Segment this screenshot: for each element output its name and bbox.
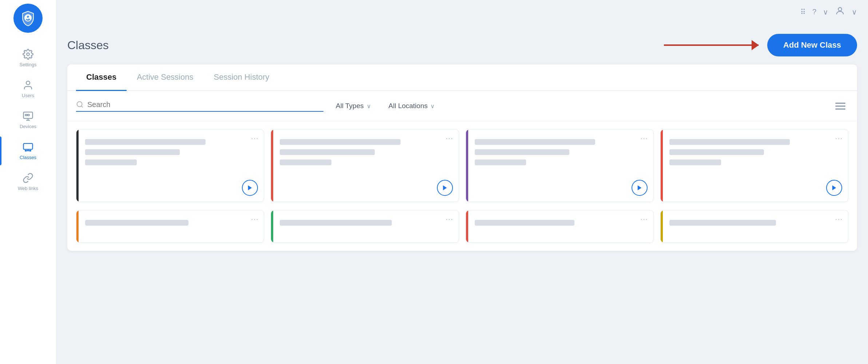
logo: [13, 4, 43, 33]
search-wrapper: [76, 100, 323, 112]
card-color-border-7: [466, 210, 468, 242]
svg-marker-11: [443, 185, 447, 190]
card-content-8: ···: [661, 210, 848, 237]
page-title: Classes: [67, 39, 109, 52]
card-menu-2[interactable]: ···: [446, 135, 453, 142]
arrow-line: [664, 44, 758, 46]
card-menu-5[interactable]: ···: [251, 215, 259, 223]
location-filter-dropdown[interactable]: All Locations ∨: [383, 99, 440, 113]
card-play-button-4[interactable]: [826, 180, 842, 196]
class-card-6: ···: [271, 210, 459, 243]
tab-session-history[interactable]: Session History: [203, 64, 279, 91]
tab-active-sessions[interactable]: Active Sessions: [127, 64, 203, 91]
chevron-down-icon[interactable]: ∨: [823, 8, 828, 16]
sidebar-item-devices[interactable]: Devices: [0, 106, 56, 134]
card-play-button-2[interactable]: [437, 180, 453, 196]
arrow-indicator: [664, 44, 758, 46]
card-menu-1[interactable]: ···: [251, 135, 259, 142]
content-card: Classes Active Sessions Session History: [67, 64, 857, 251]
card-line-title-3: [475, 139, 595, 145]
menu-line-1: [835, 103, 845, 104]
card-line-title-4: [669, 139, 790, 145]
card-color-border-5: [76, 210, 79, 242]
card-menu-4[interactable]: ···: [835, 135, 843, 142]
svg-rect-3: [28, 114, 29, 116]
classes-grid-row1: ··· ···: [67, 121, 857, 210]
card-menu-7[interactable]: ···: [641, 215, 648, 223]
card-line-sub2-3: [475, 159, 526, 165]
class-card-1: ···: [76, 129, 264, 202]
card-line-sub2-4: [669, 159, 721, 165]
card-content-1: ···: [76, 130, 264, 178]
card-line-title-2: [280, 139, 400, 145]
svg-rect-2: [25, 114, 27, 116]
card-content-3: ···: [466, 130, 653, 178]
sidebar-item-users[interactable]: Users: [0, 75, 56, 103]
card-content-6: ···: [271, 210, 458, 237]
card-line-sub1-3: [475, 149, 569, 155]
grid-icon[interactable]: ⠿: [800, 8, 806, 16]
sidebar-item-classes-label: Classes: [20, 155, 36, 160]
sidebar-nav: Settings Users Devices: [0, 44, 56, 196]
card-color-border-4: [661, 130, 663, 202]
sidebar-item-settings[interactable]: Settings: [0, 44, 56, 72]
topbar: ⠿ ? ∨ ∨: [56, 0, 868, 24]
page: Classes Add New Class Classes Active Ses…: [56, 24, 868, 364]
type-filter-dropdown[interactable]: All Types ∨: [331, 99, 376, 113]
card-menu-6[interactable]: ···: [446, 215, 453, 223]
topbar-chevron-icon[interactable]: ∨: [852, 8, 857, 16]
card-play-button-1[interactable]: [242, 180, 258, 196]
card-menu-3[interactable]: ···: [641, 135, 648, 142]
menu-line-2: [835, 106, 845, 107]
class-card-2: ···: [271, 129, 459, 202]
card-line-title-1: [85, 139, 206, 145]
add-class-button[interactable]: Add New Class: [767, 34, 857, 56]
sidebar-item-classes[interactable]: Classes: [0, 136, 56, 165]
main-content: ⠿ ? ∨ ∨ Classes Add New Class: [56, 0, 868, 364]
class-card-8: ···: [660, 210, 848, 243]
class-card-3: ···: [466, 129, 654, 202]
profile-icon[interactable]: [835, 6, 845, 18]
card-content-2: ···: [271, 130, 458, 178]
search-input[interactable]: [87, 100, 323, 109]
svg-point-8: [838, 8, 841, 11]
card-line-sub1-2: [280, 149, 374, 155]
card-menu-8[interactable]: ···: [835, 215, 843, 223]
header-right: Add New Class: [664, 34, 857, 56]
card-content-5: ···: [76, 210, 264, 237]
sidebar-item-devices-label: Devices: [20, 124, 36, 129]
sidebar-item-settings-label: Settings: [20, 62, 37, 67]
card-color-border-2: [271, 130, 273, 202]
card-line-sub2-1: [85, 159, 137, 165]
sidebar-item-weblinks-label: Web links: [18, 186, 38, 191]
class-card-5: ···: [76, 210, 264, 243]
card-line-6: [280, 220, 392, 226]
help-icon[interactable]: ?: [812, 8, 816, 16]
svg-rect-1: [24, 112, 33, 119]
card-line-sub1-1: [85, 149, 180, 155]
svg-point-9: [77, 102, 82, 107]
card-line-8: [669, 220, 776, 226]
search-icon: [76, 100, 84, 108]
class-card-7: ···: [466, 210, 654, 243]
menu-line-3: [835, 108, 845, 110]
tabs-bar: Classes Active Sessions Session History: [67, 64, 857, 91]
card-content-7: ···: [466, 210, 653, 237]
sidebar-item-weblinks[interactable]: Web links: [0, 167, 56, 196]
card-play-button-3[interactable]: [632, 180, 648, 196]
tab-classes[interactable]: Classes: [76, 64, 127, 91]
sidebar: Settings Users Devices: [0, 0, 56, 364]
card-color-border-1: [76, 130, 79, 202]
svg-marker-10: [248, 185, 252, 190]
view-toggle-button[interactable]: [832, 100, 848, 112]
svg-marker-12: [638, 185, 642, 190]
page-header: Classes Add New Class: [67, 24, 857, 64]
sidebar-item-users-label: Users: [22, 93, 34, 98]
svg-rect-4: [24, 143, 33, 149]
card-line-7: [475, 220, 574, 226]
card-color-border-8: [661, 210, 663, 242]
type-filter-chevron-icon: ∨: [367, 103, 371, 110]
class-card-4: ···: [660, 129, 848, 202]
card-content-4: ···: [661, 130, 848, 178]
svg-point-0: [26, 81, 30, 85]
